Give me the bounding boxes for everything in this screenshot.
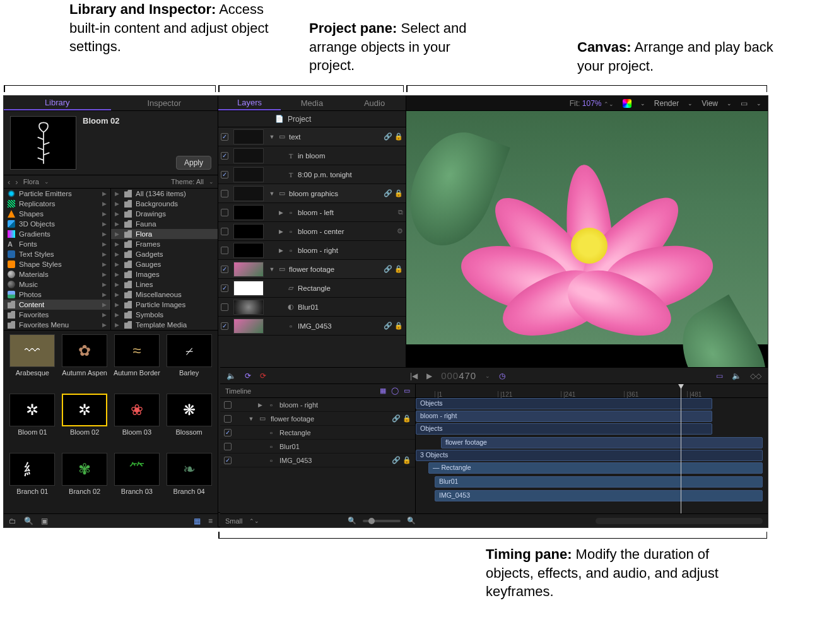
library-subcategory-particle-images[interactable]: ▶Particle Images [111,300,218,310]
library-category-particle-emitters[interactable]: Particle Emitters▶ [4,189,110,199]
visibility-checkbox[interactable]: ✓ [221,228,228,235]
timeline-row-bloom-right[interactable]: ✓▶▫bloom - right [220,398,415,412]
library-subcategory-gadgets[interactable]: ▶Gadgets [111,249,218,259]
timeline-clip[interactable]: 3 Objects [416,450,763,461]
timeline-layer-list[interactable]: Timeline ▦ ◯ ▭ ✓▶▫bloom - right✓▼▭flower… [220,384,416,513]
nav-fwd-icon[interactable]: › [15,177,18,187]
panel-toggle-icon[interactable]: ▭ [716,372,723,380]
apply-button[interactable]: Apply [176,156,211,170]
thumbnail-autumn-aspen[interactable]: ✿Autumn Aspen [60,334,110,391]
thumbnail-bloom-01[interactable]: ✲Bloom 01 [8,394,57,450]
library-subcategory-symbols[interactable]: ▶Symbols [111,310,218,320]
color-menu-icon[interactable]: ⌄ [640,100,645,107]
library-category-shapes[interactable]: Shapes▶ [4,209,110,219]
layout-icon[interactable]: ▭ [741,99,748,108]
thumbnail-branch-01[interactable]: ⺯Branch 01 [8,453,57,510]
timeline-row-flower-footage[interactable]: ✓▼▭flower footage🔗 🔒 [220,412,415,426]
library-category-fonts[interactable]: AFonts▶ [4,239,110,249]
behavior-icon[interactable]: ◯ [391,387,399,395]
disclosure-icon[interactable]: ▼ [269,266,275,272]
layer-options[interactable]: ⧉ [398,208,403,216]
chevron-down-icon[interactable]: ⌄ [727,100,732,107]
tab-media[interactable]: Media [281,96,343,110]
fit-stepper-icon[interactable]: ⌃⌄ [604,101,614,107]
timeline-clip[interactable]: flower footage [441,437,763,448]
loop-icon[interactable]: ⟳ [245,372,251,380]
library-subcategory-list[interactable]: ▶All (1346 items)▶Backgrounds▶Drawings▶F… [111,189,218,330]
layer-row-flower-footage[interactable]: ✓▼▭flower footage🔗 🔒 [218,260,406,279]
timeline-clip[interactable]: Objects [416,423,712,435]
library-category-3d-objects[interactable]: 3D Objects▶ [4,219,110,229]
thumbnail-branch-02[interactable]: ✾Branch 02 [60,453,110,510]
thumbnail-blossom[interactable]: ❋Blossom [164,394,214,450]
color-icon[interactable] [623,99,631,108]
timeline-clip[interactable]: — Rectangle [428,462,763,474]
library-subcategory-backgrounds[interactable]: ▶Backgrounds [111,199,218,209]
visibility-checkbox[interactable]: ✓ [221,190,228,197]
layer-row-rectangle[interactable]: ✓▱Rectangle [218,279,406,298]
library-category-text-styles[interactable]: Text Styles▶ [4,249,110,259]
timeline-clip[interactable]: Objects [416,398,712,409]
visibility-checkbox[interactable]: ✓ [224,457,232,464]
mask-icon[interactable]: ▦ [380,387,386,395]
library-subcategory-all-1346-items-[interactable]: ▶All (1346 items) [111,189,218,199]
library-category-favorites[interactable]: Favorites▶ [4,310,110,320]
tab-inspector[interactable]: Inspector [111,96,218,110]
chevron-down-icon[interactable]: ⌄ [756,100,761,107]
size-menu[interactable]: Small [225,517,243,525]
timeline-row-img-0453[interactable]: ✓▫IMG_0453🔗 🔒 [220,454,415,467]
disclosure-icon[interactable]: ▶ [278,209,284,216]
timeline-ruler[interactable]: |1|121|241|361|481 [416,384,768,398]
record-icon[interactable]: ⟳ [260,372,266,380]
path-menu-icon[interactable]: ⌄ [44,179,49,185]
chevron-down-icon[interactable]: ⌄ [688,100,693,107]
thumbnail-branch-04[interactable]: ❧Branch 04 [164,453,214,510]
thumbnail-barley[interactable]: ⌿Barley [164,334,214,391]
view-menu[interactable]: View [702,99,718,108]
layer-options[interactable]: 🔗 🔒 [392,456,411,464]
library-subcategory-fauna[interactable]: ▶Fauna [111,219,218,229]
layer-row-img-0453[interactable]: ✓▫IMG_0453🔗 🔒 [218,317,406,336]
timeline-clip[interactable]: bloom - right [416,411,712,422]
timecode-display[interactable]: 000470 [441,370,476,382]
search-icon[interactable]: 🔍 [24,517,33,525]
clock-icon[interactable]: ◷ [499,372,505,380]
timeline-row-rectangle[interactable]: ✓▫Rectangle [220,426,415,440]
library-path[interactable]: Flora [23,178,39,185]
visibility-checkbox[interactable]: ✓ [221,266,228,273]
nav-back-icon[interactable]: ‹ [8,177,10,187]
render-menu[interactable]: Render [654,99,679,108]
library-category-photos[interactable]: Photos▶ [4,290,110,300]
theme-menu-icon[interactable]: ⌄ [209,179,214,185]
list-view-icon[interactable]: ≡ [208,517,213,525]
grid-view-icon[interactable]: ▦ [194,517,201,525]
thumbnail-branch-03[interactable]: ⺮Branch 03 [112,453,162,510]
disclosure-icon[interactable]: ▶ [278,247,284,254]
view-icon[interactable]: ▣ [41,517,48,525]
timeline-clip[interactable]: IMG_0453 [435,490,763,501]
visibility-checkbox[interactable]: ✓ [221,209,228,216]
library-subcategory-images[interactable]: ▶Images [111,269,218,279]
size-stepper-icon[interactable]: ⌃⌄ [249,518,259,524]
layer-row-8-00-p-m-tonight[interactable]: ✓T8:00 p.m. tonight [218,165,406,184]
disclosure-icon[interactable]: ▼ [248,416,254,422]
layer-row-bloom-graphics[interactable]: ✓▼▭bloom graphics🔗 🔒 [218,184,406,203]
timeline-scrollbar[interactable] [596,518,763,524]
play-icon[interactable]: ▶ [426,372,432,380]
layer-row-bloom-center[interactable]: ✓▶▫bloom - center⚙ [218,222,406,241]
audio-toggle-icon[interactable]: 🔈 [732,372,741,380]
visibility-checkbox[interactable]: ✓ [221,322,228,330]
visibility-checkbox[interactable]: ✓ [221,284,228,292]
playhead[interactable] [681,384,681,513]
thumbnail-bloom-02[interactable]: ✲Bloom 02 [60,394,110,450]
layer-options[interactable]: 🔗 🔒 [384,265,403,273]
library-category-gradients[interactable]: Gradients▶ [4,229,110,239]
layer-options[interactable]: 🔗 🔒 [384,322,403,330]
library-category-replicators[interactable]: Replicators▶ [4,199,110,209]
zoom-out-icon[interactable]: 🔍 [348,517,356,525]
layer-row-bloom-left[interactable]: ✓▶▫bloom - left⧉ [218,203,406,222]
visibility-checkbox[interactable]: ✓ [221,171,228,179]
tab-layers[interactable]: Layers [218,96,281,110]
disclosure-icon[interactable]: ▶ [257,402,263,408]
library-subcategory-template-media[interactable]: ▶Template Media [111,320,218,330]
